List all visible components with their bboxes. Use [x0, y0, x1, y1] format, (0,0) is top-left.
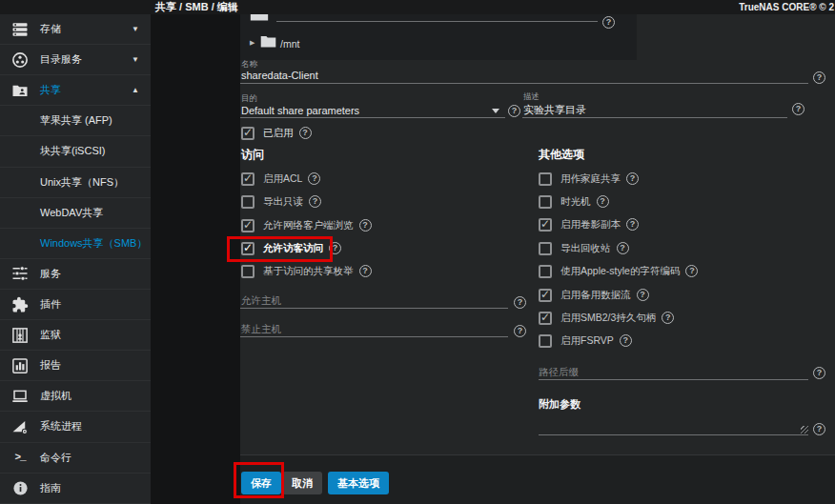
path-input[interactable] [276, 21, 598, 22]
help-icon[interactable]: ? [514, 296, 526, 309]
other-options-section-title: 其他选项 [539, 147, 584, 163]
description-underline [522, 117, 787, 118]
checkbox-icon[interactable]: ✓ [539, 218, 552, 232]
cancel-button[interactable]: 取消 [282, 472, 322, 494]
basic-options-button[interactable]: 基本选项 [328, 472, 389, 494]
chevron-down-icon[interactable]: ▼ [132, 25, 139, 33]
path-suffix-input[interactable]: 路径后缀 [539, 366, 579, 379]
storage-icon [10, 20, 31, 39]
sidebar-item-afp[interactable]: 苹果共享 (AFP) [0, 106, 151, 136]
sidebar-item-sharing[interactable]: 共享 ▲ [0, 75, 151, 106]
sidebar-item-storage[interactable]: 存储 ▼ [0, 14, 151, 45]
purpose-label: 目的 [241, 93, 257, 105]
checkbox-alternate-data-streams[interactable]: ✓ 启用备用数据流 ? [539, 287, 649, 303]
checkbox-icon[interactable] [539, 242, 552, 255]
resize-handle-icon[interactable] [801, 426, 808, 433]
checkbox-enable-acl[interactable]: ✓ 启用ACL ? [241, 171, 320, 187]
checkbox-icon[interactable] [539, 265, 552, 278]
extra-params-textarea[interactable] [539, 434, 808, 435]
extra-params-label: 附加参数 [539, 397, 580, 412]
sidebar-item-webdav[interactable]: WebDAV共享 [0, 198, 151, 229]
help-icon[interactable]: ? [309, 195, 321, 208]
help-icon[interactable]: ? [602, 16, 615, 29]
help-icon[interactable]: ? [359, 265, 372, 277]
checkbox-icon[interactable]: ✓ [241, 219, 255, 232]
check-icon: ✓ [540, 312, 550, 323]
help-icon[interactable]: ? [597, 195, 609, 208]
checkbox-icon[interactable]: ✓ [241, 172, 255, 186]
sidebar-item-reporting[interactable]: 报告 [0, 351, 151, 381]
checkbox-label: 用作家庭共享 [560, 172, 621, 186]
help-icon[interactable]: ? [359, 219, 372, 232]
sidebar-item-nfs[interactable]: Unix共享（NFS） [0, 168, 151, 198]
sidebar-item-vm[interactable]: 虚拟机 [0, 381, 151, 412]
help-icon[interactable]: ? [617, 242, 629, 254]
checkbox-label: 启用卷影副本 [560, 218, 621, 232]
checkbox-export-readonly[interactable]: 导出只读 ? [241, 193, 321, 210]
help-icon[interactable]: ? [626, 218, 639, 231]
checkbox-time-machine[interactable]: 时光机 ? [539, 193, 609, 210]
checkbox-label: 时光机 [560, 195, 591, 209]
name-value[interactable]: sharedata-Client [241, 70, 318, 81]
checkbox-icon[interactable] [539, 195, 552, 209]
breadcrumb[interactable]: 共享 / SMB / 编辑 [155, 0, 238, 14]
check-icon: ✓ [243, 172, 253, 184]
checkbox-browsable[interactable]: ✓ 允许网络客户端浏览 ? [241, 217, 372, 233]
hosts-deny-input[interactable]: 禁止主机 [241, 323, 281, 336]
help-icon[interactable]: ? [620, 334, 632, 347]
help-icon[interactable]: ? [813, 423, 825, 435]
smb-edit-form: ? ▶ /mnt 名称 sharedata-Client ? 目的 Defaul… [240, 14, 835, 504]
sidebar-item-shell[interactable]: >_ 命令行 [0, 443, 151, 474]
help-icon[interactable]: ? [792, 103, 804, 115]
checkbox-label: 使用Apple-style的字符编码 [560, 265, 680, 278]
help-icon[interactable]: ? [637, 289, 649, 301]
sidebar-item-jails[interactable]: 监狱 [0, 320, 151, 351]
checkbox-fsrvp[interactable]: 启用FSRVP ? [539, 333, 632, 349]
checkbox-icon[interactable]: ✓ [241, 127, 255, 140]
checkbox-enabled[interactable]: ✓ 已启用 ? [241, 125, 312, 141]
help-icon[interactable]: ? [508, 105, 520, 117]
help-icon[interactable]: ? [662, 312, 674, 324]
dropdown-arrow-icon[interactable] [492, 109, 499, 113]
hosts-allow-input[interactable]: 允许主机 [241, 294, 281, 308]
checkbox-icon[interactable] [539, 172, 552, 186]
purpose-select[interactable]: Default share parameters [241, 105, 359, 116]
checkbox-export-recycle-bin[interactable]: 导出回收站 ? [539, 240, 629, 256]
checkbox-icon[interactable] [241, 195, 255, 209]
checkbox-access-based-enumeration[interactable]: 基于访问的共享枚举 ? [241, 263, 372, 279]
sidebar-item-smb[interactable]: Windows共享（SMB） [0, 229, 151, 259]
checkbox-icon[interactable]: ✓ [539, 312, 552, 325]
help-icon[interactable]: ? [299, 127, 312, 139]
checkbox-icon[interactable] [539, 334, 552, 348]
tree-expand-icon[interactable]: ▶ [250, 39, 255, 47]
name-underline [240, 83, 808, 84]
sidebar-item-label: 服务 [40, 267, 61, 281]
help-icon[interactable]: ? [813, 367, 825, 379]
tree-node-mnt[interactable]: /mnt [280, 38, 299, 50]
sidebar-item-directory-services[interactable]: 目录服务 ▼ [0, 45, 151, 75]
checkbox-smb23-durable-handles[interactable]: ✓ 启用SMB2/3持久句柄 ? [539, 310, 674, 326]
sidebar-item-services[interactable]: 服务 [0, 259, 151, 290]
sidebar-item-label: Unix共享（NFS） [40, 175, 124, 190]
sidebar-item-iscsi[interactable]: 块共享(iSCSI) [0, 136, 151, 167]
sidebar-item-system-processes[interactable]: 系统进程 [0, 412, 151, 442]
checkbox-home-share[interactable]: 用作家庭共享 ? [539, 171, 639, 187]
help-icon[interactable]: ? [685, 265, 698, 277]
checkbox-icon[interactable]: ✓ [539, 289, 552, 302]
highlight-box-guest-access [227, 236, 333, 262]
main-content: ? ▶ /mnt 名称 sharedata-Client ? 目的 Defaul… [151, 14, 835, 504]
checkbox-shadow-copies[interactable]: ✓ 启用卷影副本 ? [539, 216, 639, 232]
chevron-up-icon[interactable]: ▲ [132, 86, 139, 94]
sidebar-item-label: 苹果共享 (AFP) [40, 113, 112, 128]
help-icon[interactable]: ? [813, 71, 825, 84]
help-icon[interactable]: ? [626, 172, 639, 185]
help-icon[interactable]: ? [308, 172, 320, 185]
checkbox-icon[interactable] [241, 265, 255, 278]
checkbox-apple-style-encoding[interactable]: 使用Apple-style的字符编码 ? [539, 263, 698, 279]
sidebar-item-guide[interactable]: 指南 [0, 474, 151, 504]
sidebar-item-plugins[interactable]: 插件 [0, 290, 151, 320]
description-value[interactable]: 实验共享目录 [523, 103, 586, 117]
chevron-down-icon[interactable]: ▼ [132, 55, 139, 64]
help-icon[interactable]: ? [514, 325, 526, 337]
sidebar-item-label: WebDAV共享 [40, 206, 103, 220]
